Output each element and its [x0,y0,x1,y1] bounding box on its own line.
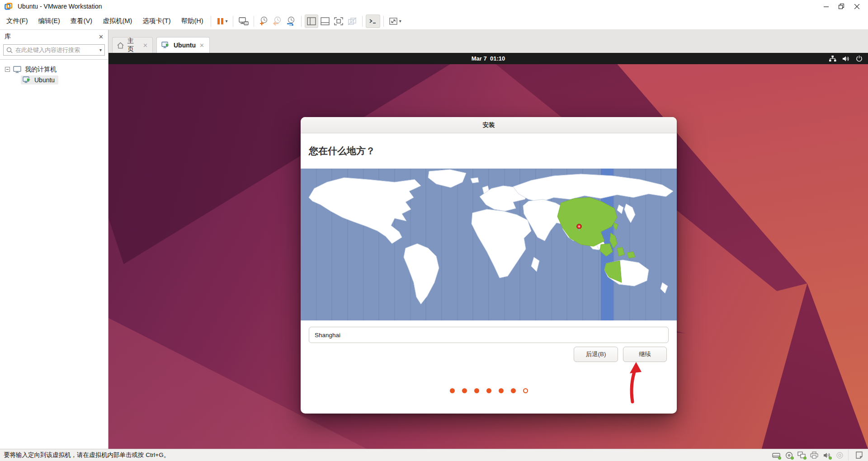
progress-dot [499,388,504,393]
unity-mode-button[interactable] [345,14,359,28]
menu-help[interactable]: 帮助(H) [177,14,207,28]
device-connected-dot [829,456,832,460]
webcam-device-icon[interactable] [834,451,845,460]
power-dropdown-caret-icon[interactable]: ▾ [226,19,228,24]
send-ctrl-alt-del-icon [238,17,249,26]
close-button[interactable] [849,0,864,13]
library-search-input[interactable] [15,47,98,53]
show-thumbnail-bar-button[interactable] [318,14,332,28]
pause-icon [216,17,224,25]
menubar: 文件(F) 编辑(E) 查看(V) 虚拟机(M) 选项卡(T) 帮助(H) ▾ [0,13,868,30]
cdrom-device-icon[interactable] [783,451,794,460]
stretch-guest-icon [389,17,398,25]
stretch-guest-button[interactable]: ▾ [387,14,403,28]
progress-dot [474,388,479,393]
show-library-button[interactable] [305,14,318,28]
progress-dot [486,388,491,393]
minimize-button[interactable] [818,0,834,13]
tree-collapse-icon[interactable] [5,67,10,72]
vm-console[interactable]: Mar 7 01:10 [108,53,868,449]
tab-home[interactable]: 主页 ✕ [112,37,153,53]
device-connected-dot [791,456,794,460]
menu-tabs[interactable]: 选项卡(T) [138,14,175,28]
tab-ubuntu[interactable]: Ubuntu ✕ [156,37,210,53]
toolbar-separator [301,16,302,27]
tree-item-label: 我的计算机 [25,66,57,74]
installer-titlebar[interactable]: 安装 [301,117,677,133]
tab-close-icon[interactable]: ✕ [199,42,204,49]
sound-device-icon[interactable] [821,451,832,460]
computer-icon [13,66,22,73]
tree-item-my-computer[interactable]: 我的计算机 [0,64,108,75]
show-library-icon [307,17,316,25]
search-icon [6,47,13,53]
thumbnail-bar-icon [321,17,330,25]
stretch-dropdown-caret-icon[interactable]: ▾ [399,19,401,24]
fullscreen-button[interactable] [332,14,345,28]
manage-snapshots-icon [286,16,296,26]
window-titlebar: Ubuntu - VMware Workstation [0,0,868,13]
manage-snapshots-button[interactable] [284,14,298,28]
location-input[interactable] [309,327,669,343]
toolbar-separator [254,16,254,27]
vmware-logo-icon [5,3,12,10]
tab-label: Ubuntu [174,42,196,49]
take-snapshot-icon [259,16,269,26]
hdd-device-icon[interactable] [771,451,782,460]
library-sidebar: 库 ✕ ▾ 我的计算机 Ubun [0,30,108,449]
console-view-button[interactable] [366,14,380,28]
take-snapshot-button[interactable] [257,14,271,28]
installer-heading: 您在什么地方？ [301,133,677,169]
back-button[interactable]: 后退(B) [574,347,618,362]
tab-close-icon[interactable]: ✕ [143,42,148,49]
library-close-icon[interactable]: ✕ [99,33,104,40]
restore-button[interactable] [834,0,849,13]
revert-snapshot-icon [273,16,283,26]
volume-icon[interactable] [842,56,850,62]
tree-item-label: Ubuntu [34,76,55,84]
continue-button[interactable]: 继续 [623,347,667,362]
timezone-map[interactable] [301,169,677,320]
vm-icon [161,42,170,49]
menu-file[interactable]: 文件(F) [2,14,32,28]
printer-icon[interactable] [809,451,820,460]
unity-mode-icon [348,17,357,25]
statusbar-separator [848,450,849,461]
library-search-box[interactable]: ▾ [3,44,105,56]
search-options-caret-icon[interactable]: ▾ [99,47,102,52]
power-pause-button[interactable]: ▾ [214,14,230,28]
toolbar-separator [383,16,384,27]
device-connected-dot [778,456,781,460]
tree-item-ubuntu[interactable]: Ubuntu [0,75,108,85]
fullscreen-icon [334,17,343,25]
console-icon [368,17,378,25]
vm-icon [23,76,31,84]
window-title: Ubuntu - VMware Workstation [18,3,102,10]
vm-tree: 我的计算机 Ubuntu [0,59,108,85]
progress-dot [511,388,516,393]
status-message: 要将输入定向到该虚拟机，请在虚拟机内部单击或按 Ctrl+G。 [4,451,769,459]
annotation-arrow [621,362,648,405]
revert-snapshot-button[interactable] [271,14,284,28]
toolbar-separator [362,16,363,27]
menu-vm[interactable]: 虚拟机(M) [99,14,136,28]
message-log-icon[interactable] [854,451,864,460]
power-icon[interactable] [856,55,863,62]
tab-label: 主页 [127,37,139,53]
progress-dot [462,388,467,393]
ubuntu-top-bar: Mar 7 01:10 [108,53,868,64]
home-icon [117,42,124,49]
statusbar: 要将输入定向到该虚拟机，请在虚拟机内部单击或按 Ctrl+G。 [0,449,868,461]
menu-edit[interactable]: 编辑(E) [34,14,64,28]
library-title: 库 [5,33,99,41]
send-ctrl-alt-del-button[interactable] [236,14,250,28]
progress-dot [523,388,528,393]
network-icon[interactable] [829,55,836,62]
toolbar-separator [211,16,211,27]
device-connected-dot [803,456,807,460]
toolbar-separator [233,16,233,27]
ubuntu-clock[interactable]: Mar 7 01:10 [108,53,868,64]
menu-view[interactable]: 查看(V) [66,14,96,28]
progress-dot [450,388,455,393]
network-adapter-icon[interactable] [796,451,807,460]
